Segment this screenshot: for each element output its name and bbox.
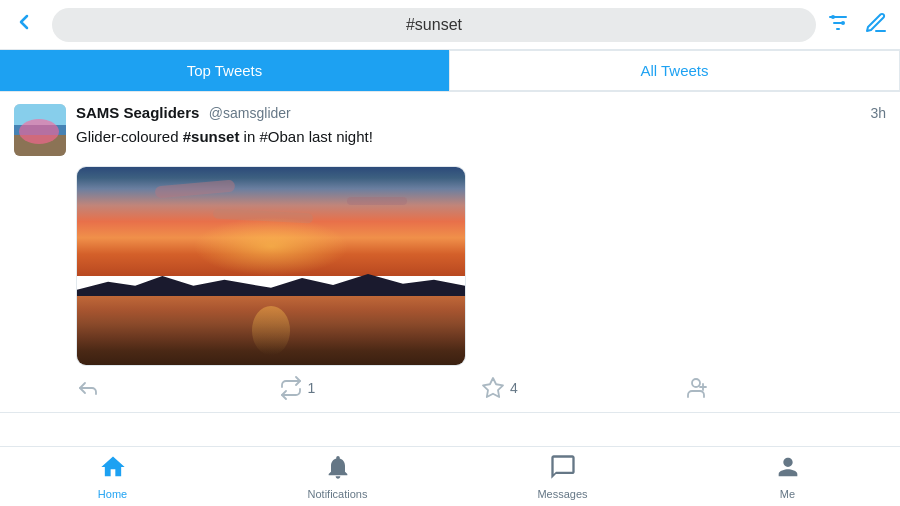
sunset-visualization <box>77 167 465 365</box>
back-button[interactable] <box>12 10 42 40</box>
tweet-header: SAMS Seagliders @samsglider 3h Glider-co… <box>14 104 886 156</box>
tweet-time: 3h <box>870 105 886 121</box>
svg-point-3 <box>831 15 835 19</box>
tab-all-tweets[interactable]: All Tweets <box>449 50 900 91</box>
retweet-count: 1 <box>308 380 316 396</box>
home-icon <box>99 453 127 485</box>
tabs: Top Tweets All Tweets <box>0 50 900 92</box>
tab-top-tweets[interactable]: Top Tweets <box>0 50 449 91</box>
like-count: 4 <box>510 380 518 396</box>
nav-home[interactable]: Home <box>0 453 225 500</box>
bottom-nav: Home Notifications Messages Me <box>0 446 900 506</box>
messages-icon <box>549 453 577 485</box>
search-text: #sunset <box>406 16 462 34</box>
tweet-names: SAMS Seagliders @samsglider 3h <box>76 104 886 122</box>
header-icons <box>826 11 888 39</box>
notifications-icon <box>324 453 352 485</box>
tweet-hashtag[interactable]: #sunset <box>183 128 240 145</box>
me-icon <box>774 453 802 485</box>
follow-button[interactable] <box>684 376 887 400</box>
nav-me[interactable]: Me <box>675 453 900 500</box>
tweet: SAMS Seagliders @samsglider 3h Glider-co… <box>0 92 900 413</box>
tweet-meta: SAMS Seagliders @samsglider 3h Glider-co… <box>76 104 886 147</box>
svg-point-6 <box>692 379 700 387</box>
reply-button[interactable] <box>76 376 279 400</box>
display-name[interactable]: SAMS Seagliders <box>76 104 199 121</box>
username[interactable]: @samsglider <box>209 105 291 121</box>
svg-point-4 <box>841 21 845 25</box>
nav-messages[interactable]: Messages <box>450 453 675 500</box>
compose-icon[interactable] <box>864 11 888 39</box>
me-label: Me <box>780 488 795 500</box>
notifications-label: Notifications <box>308 488 368 500</box>
like-button[interactable]: 4 <box>481 376 684 400</box>
svg-marker-5 <box>483 378 503 397</box>
messages-label: Messages <box>537 488 587 500</box>
filter-icon[interactable] <box>826 11 850 39</box>
tweet-author: SAMS Seagliders @samsglider <box>76 104 291 122</box>
header: #sunset <box>0 0 900 50</box>
search-bar[interactable]: #sunset <box>52 8 816 42</box>
avatar[interactable] <box>14 104 66 156</box>
tweet-image[interactable] <box>76 166 466 366</box>
tweet-actions: 1 4 <box>76 376 886 400</box>
tweet-text: Glider-coloured #sunset in #Oban last ni… <box>76 126 886 147</box>
retweet-button[interactable]: 1 <box>279 376 482 400</box>
nav-notifications[interactable]: Notifications <box>225 453 450 500</box>
home-label: Home <box>98 488 127 500</box>
